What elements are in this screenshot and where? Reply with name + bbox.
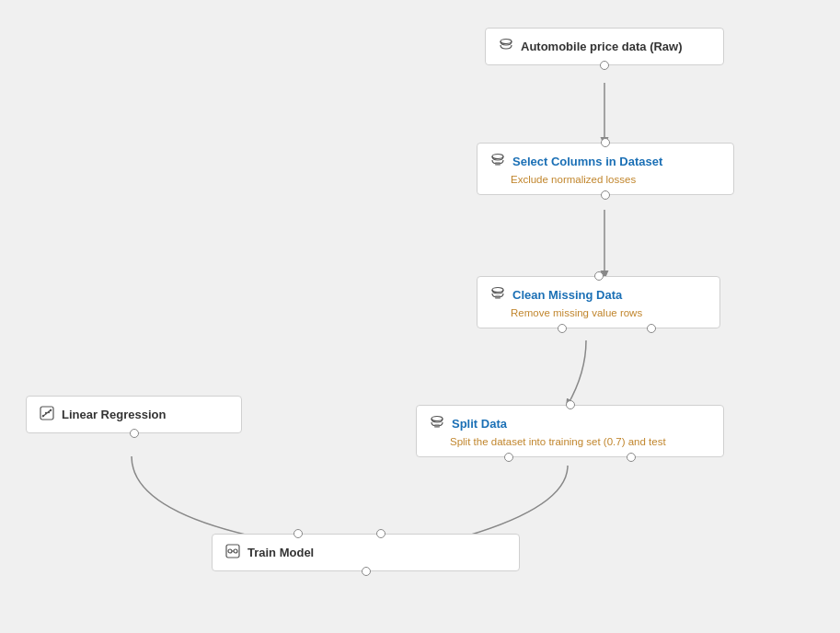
svg-point-14: [50, 409, 52, 411]
node-clean-title: Clean Missing Data: [512, 288, 622, 302]
port-train-in-left[interactable]: [293, 529, 303, 538]
node-select-subtitle: Exclude normalized losses: [490, 174, 720, 185]
port-split-in[interactable]: [566, 400, 575, 409]
port-clean-out-left[interactable]: [558, 324, 567, 333]
pipeline-canvas: Automobile price data (Raw) Select Colum…: [0, 0, 840, 633]
node-split-data[interactable]: Split Data Split the dataset into traini…: [416, 405, 724, 457]
port-train-in-right[interactable]: [376, 529, 385, 538]
node-select-columns[interactable]: Select Columns in Dataset Exclude normal…: [477, 143, 734, 195]
svg-point-3: [492, 155, 503, 159]
node-automobile[interactable]: Automobile price data (Raw): [485, 28, 724, 65]
svg-point-12: [45, 412, 47, 414]
node-clean-subtitle: Remove missing value rows: [490, 307, 707, 318]
svg-rect-4: [495, 162, 501, 166]
port-select-out[interactable]: [601, 190, 610, 200]
svg-point-5: [492, 288, 503, 293]
svg-rect-6: [495, 295, 501, 299]
port-automobile-out[interactable]: [600, 61, 609, 70]
node-split-title: Split Data: [452, 417, 507, 431]
node-select-title: Select Columns in Dataset: [512, 155, 662, 168]
port-split-out-left[interactable]: [504, 453, 513, 462]
node-train-model[interactable]: Train Model: [212, 534, 520, 571]
port-linear-out[interactable]: [130, 429, 139, 438]
node-clean-missing[interactable]: Clean Missing Data Remove missing value …: [477, 276, 720, 328]
port-train-out[interactable]: [362, 567, 371, 576]
svg-point-17: [234, 549, 237, 553]
svg-rect-8: [434, 424, 440, 428]
clean-icon: [490, 286, 505, 304]
node-train-title: Train Model: [247, 546, 314, 559]
select-icon: [490, 153, 505, 170]
port-clean-in[interactable]: [594, 271, 604, 281]
database-icon: [499, 38, 513, 55]
node-linear-regression[interactable]: Linear Regression: [26, 396, 242, 433]
node-linear-title: Linear Regression: [62, 408, 166, 421]
svg-point-13: [48, 411, 50, 413]
split-icon: [430, 415, 444, 432]
svg-point-2: [501, 40, 512, 44]
train-icon: [225, 544, 240, 561]
svg-point-16: [228, 549, 232, 553]
regression-icon: [40, 406, 54, 423]
node-split-subtitle: Split the dataset into training set (0.7…: [430, 436, 710, 447]
port-clean-out-right[interactable]: [647, 324, 656, 333]
node-automobile-title: Automobile price data (Raw): [521, 40, 683, 53]
port-split-out-right[interactable]: [627, 453, 636, 462]
svg-point-11: [42, 415, 44, 417]
port-select-in[interactable]: [601, 138, 610, 147]
svg-point-7: [432, 417, 443, 421]
